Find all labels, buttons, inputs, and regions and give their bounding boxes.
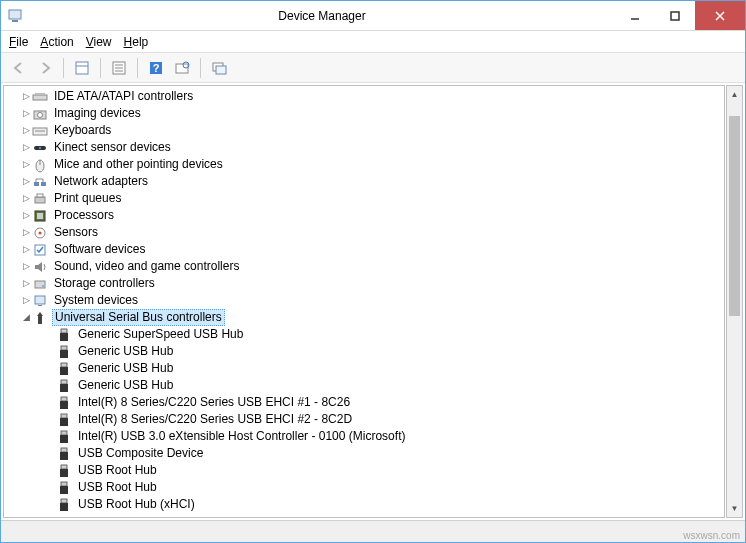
device-item[interactable]: Generic SuperSpeed USB Hub [4,326,724,343]
category-label: Software devices [52,241,147,258]
category-system-devices[interactable]: ▷System devices [4,292,724,309]
svg-rect-50 [61,380,67,384]
category-storage-controllers[interactable]: ▷Storage controllers [4,275,724,292]
expand-toggle[interactable]: ▷ [20,156,32,173]
expand-toggle[interactable]: ▷ [20,173,32,190]
app-icon [7,8,23,24]
device-tree[interactable]: ▷IDE ATA/ATAPI controllers▷Imaging devic… [3,85,725,518]
device-label: Intel(R) 8 Series/C220 Series USB EHCI #… [76,394,352,411]
expand-toggle[interactable]: ▷ [20,122,32,139]
device-item[interactable]: USB Root Hub (xHCI) [4,496,724,513]
ide-icon [32,89,48,105]
expand-toggle[interactable]: ▷ [20,258,32,275]
usb-plug-icon [56,429,72,445]
usb-icon [32,310,48,326]
device-item[interactable]: USB Root Hub [4,462,724,479]
expand-toggle[interactable]: ▷ [20,292,32,309]
show-hidden-button[interactable] [207,56,231,80]
svg-rect-6 [76,62,88,74]
device-label: USB Root Hub [76,462,159,479]
toolbar-separator [100,58,101,78]
minimize-button[interactable] [615,1,655,30]
menubar: File Action View Help [1,31,745,53]
svg-rect-40 [35,281,45,288]
camera-icon [32,106,48,122]
expand-toggle[interactable]: ▷ [20,88,32,105]
menu-file[interactable]: File [9,35,28,49]
expand-toggle[interactable]: ▷ [20,139,32,156]
svg-rect-36 [37,213,43,219]
device-item[interactable]: USB Root Hub [4,479,724,496]
device-item[interactable]: USB Composite Device [4,445,724,462]
window-title: Device Manager [29,9,615,23]
category-universal-serial-bus-controllers[interactable]: ◢Universal Serial Bus controllers [4,309,724,326]
svg-rect-1 [12,20,18,22]
svg-rect-42 [35,296,45,304]
expand-toggle[interactable]: ▷ [20,105,32,122]
category-sound-video-and-game-controllers[interactable]: ▷Sound, video and game controllers [4,258,724,275]
svg-rect-48 [61,363,67,367]
svg-rect-51 [60,384,68,392]
menu-help[interactable]: Help [124,35,149,49]
content-area: ▷IDE ATA/ATAPI controllers▷Imaging devic… [1,83,745,520]
svg-rect-60 [61,465,67,469]
scroll-down-arrow[interactable]: ▼ [727,500,742,517]
usb-plug-icon [56,361,72,377]
device-item[interactable]: Generic USB Hub [4,360,724,377]
help-button[interactable]: ? [144,56,168,80]
category-software-devices[interactable]: ▷Software devices [4,241,724,258]
toolbar: ? [1,53,745,83]
vertical-scrollbar[interactable]: ▲ ▼ [726,85,743,518]
expand-toggle[interactable]: ▷ [20,224,32,241]
svg-rect-47 [60,350,68,358]
kinect-icon [32,140,48,156]
category-mice-and-other-pointing-devices[interactable]: ▷Mice and other pointing devices [4,156,724,173]
properties-button[interactable] [70,56,94,80]
expand-toggle[interactable]: ▷ [20,241,32,258]
usb-plug-icon [56,412,72,428]
expand-toggle[interactable]: ▷ [20,207,32,224]
category-processors[interactable]: ▷Processors [4,207,724,224]
category-label: Sound, video and game controllers [52,258,241,275]
category-kinect-sensor-devices[interactable]: ▷Kinect sensor devices [4,139,724,156]
category-print-queues[interactable]: ▷Print queues [4,190,724,207]
device-item[interactable]: Generic USB Hub [4,377,724,394]
device-label: USB Composite Device [76,445,205,462]
titlebar: Device Manager [1,1,745,31]
category-label: Keyboards [52,122,113,139]
close-button[interactable] [695,1,745,30]
category-imaging-devices[interactable]: ▷Imaging devices [4,105,724,122]
cpu-icon [32,208,48,224]
category-label: Kinect sensor devices [52,139,173,156]
toolbar-separator [137,58,138,78]
device-label: Intel(R) 8 Series/C220 Series USB EHCI #… [76,411,354,428]
device-item[interactable]: Generic USB Hub [4,343,724,360]
svg-rect-44 [61,329,67,333]
category-keyboards[interactable]: ▷Keyboards [4,122,724,139]
expand-toggle[interactable]: ▷ [20,190,32,207]
usb-plug-icon [56,327,72,343]
device-label: USB Root Hub (xHCI) [76,496,197,513]
usb-plug-icon [56,463,72,479]
scroll-up-arrow[interactable]: ▲ [727,86,742,103]
category-ide-ata-atapi-controllers[interactable]: ▷IDE ATA/ATAPI controllers [4,88,724,105]
expand-toggle[interactable]: ◢ [20,309,32,326]
device-item[interactable]: Intel(R) 8 Series/C220 Series USB EHCI #… [4,394,724,411]
maximize-button[interactable] [655,1,695,30]
view-button[interactable] [107,56,131,80]
svg-rect-18 [33,95,47,100]
device-item[interactable]: Intel(R) USB 3.0 eXtensible Host Control… [4,428,724,445]
category-sensors[interactable]: ▷Sensors [4,224,724,241]
svg-rect-61 [60,469,68,477]
menu-action[interactable]: Action [40,35,73,49]
category-network-adapters[interactable]: ▷Network adapters [4,173,724,190]
svg-rect-3 [671,12,679,20]
statusbar [1,520,745,542]
expand-toggle[interactable]: ▷ [20,275,32,292]
scroll-thumb[interactable] [729,116,740,316]
menu-view[interactable]: View [86,35,112,49]
scan-button[interactable] [170,56,194,80]
device-item[interactable]: Intel(R) 8 Series/C220 Series USB EHCI #… [4,411,724,428]
svg-rect-29 [41,182,46,186]
svg-rect-63 [60,486,68,494]
